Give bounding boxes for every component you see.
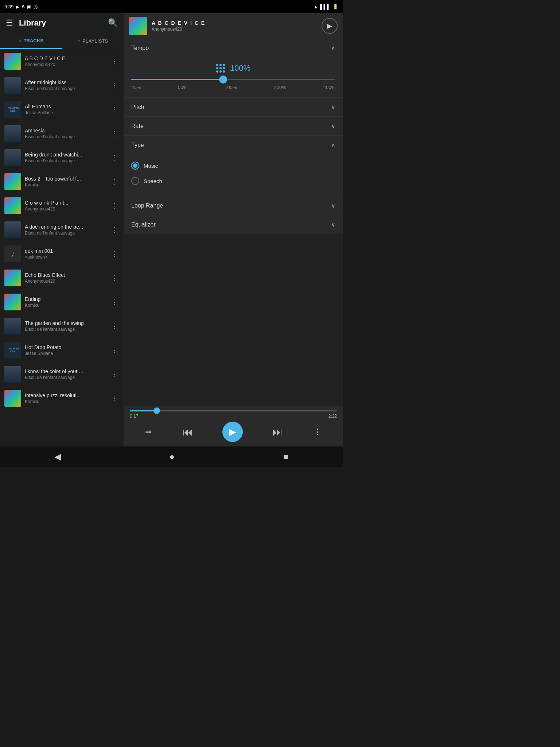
prev-button[interactable]: ⏮ — [181, 425, 194, 440]
pitch-label: Pitch — [131, 104, 144, 111]
tempo-slider-container[interactable] — [131, 79, 335, 80]
recents-button[interactable]: ■ — [283, 452, 289, 462]
tempo-slider-fill — [131, 79, 223, 80]
now-playing-header: A B C D E V I C E Anonymous420 ▶ — [124, 13, 343, 39]
bottom-player: 0:17 2:22 ⇒ ⏮ ▶ ⏭ ⋮ — [124, 406, 343, 446]
list-item[interactable]: C o w o r k P a r t... Anonymous420 ⋮ — [0, 194, 124, 218]
track-info: Being drunk and watchi... Bisou de l'enf… — [25, 152, 106, 163]
player-controls: ⇒ ⏮ ▶ ⏭ ⋮ — [130, 419, 337, 444]
current-time: 0:17 — [130, 414, 138, 419]
header-play-button[interactable]: ▶ — [322, 18, 338, 34]
tabs: ♪ TRACKS ≡ PLAYLISTS — [0, 33, 124, 49]
list-item[interactable]: The LibraryCafe Hot Drop Potato Jesse Sp… — [0, 338, 124, 362]
track-thumbnail: The LibraryCafe — [4, 101, 21, 118]
list-item[interactable]: A doe running on the be... Bisou de l'en… — [0, 218, 124, 242]
progress-fill — [130, 410, 157, 411]
loop-range-header[interactable]: Loop Range ∨ — [124, 196, 343, 215]
equalizer-section: Equalizer ∨ — [124, 215, 343, 234]
list-item[interactable]: Being drunk and watchi... Bisou de l'enf… — [0, 146, 124, 170]
list-item[interactable]: Echo Blues Effect Anonymous420 ⋮ — [0, 266, 124, 290]
track-menu-icon[interactable]: ⋮ — [110, 393, 119, 404]
search-icon[interactable]: 🔍 — [108, 18, 118, 28]
tempo-labels: 25% 50% 100% 200% 400% — [131, 85, 335, 90]
radio-speech-label: Speech — [144, 178, 162, 184]
list-item[interactable]: I know the color of your ... Bisou de l'… — [0, 362, 124, 386]
track-menu-icon[interactable]: ⋮ — [110, 272, 119, 283]
track-menu-icon[interactable]: ⋮ — [110, 176, 119, 187]
pitch-header[interactable]: Pitch ∨ — [124, 98, 343, 116]
tempo-slider-thumb[interactable] — [219, 76, 227, 84]
progress-thumb[interactable] — [153, 407, 160, 414]
track-menu-icon[interactable]: ⋮ — [110, 297, 119, 307]
status-time: 9:39 — [4, 4, 13, 9]
track-menu-icon[interactable]: ⋮ — [110, 56, 119, 67]
pitch-expand-icon: ∨ — [331, 104, 335, 111]
track-info: dok mm 001 <unknown> — [25, 248, 106, 260]
track-menu-icon[interactable]: ⋮ — [110, 104, 119, 115]
track-thumbnail — [4, 173, 21, 190]
track-menu-icon[interactable]: ⋮ — [110, 80, 119, 91]
shuffle-button[interactable]: ⇒ — [144, 426, 153, 438]
tempo-header[interactable]: Tempo ∧ — [124, 39, 343, 57]
list-item[interactable]: Boss 2 - Too powerful f... Komiku ⋮ — [0, 170, 124, 194]
tempo-collapse-icon: ∧ — [331, 44, 335, 51]
list-item[interactable]: The LibraryCafe All Humans Jesse Spillan… — [0, 97, 124, 121]
radio-music-label: Music — [144, 163, 158, 169]
hamburger-menu-icon[interactable]: ☰ — [6, 18, 13, 28]
tempo-section: Tempo ∧ — [124, 39, 343, 98]
track-menu-icon[interactable]: ⋮ — [110, 321, 119, 332]
track-menu-icon[interactable]: ⋮ — [110, 248, 119, 259]
library-title: Library — [19, 18, 46, 28]
track-info: A B C D E V I C E Anonymous420 — [25, 55, 106, 67]
track-info: Boss 2 - Too powerful f... Komiku — [25, 176, 106, 187]
list-item[interactable]: After midnight kiss Bisou de l'enfant sa… — [0, 73, 124, 97]
now-playing-title: A B C D E V I C E — [152, 20, 317, 26]
type-label: Type — [131, 142, 144, 148]
track-menu-icon[interactable]: ⋮ — [110, 224, 119, 235]
list-item[interactable]: Intensive puzzl resoluti... Komiku ⋮ — [0, 386, 124, 410]
total-time: 2:22 — [328, 414, 337, 419]
list-item[interactable]: Amnesia Bisou de l'enfant sauvage ⋮ — [0, 121, 124, 146]
radio-circle-music — [131, 162, 139, 170]
track-info: Hot Drop Potato Jesse Spillane — [25, 344, 106, 356]
list-item[interactable]: Ending Komiku ⋮ — [0, 290, 124, 314]
status-right: ▲ ▌▌▌ 🔋 — [313, 4, 338, 9]
home-button[interactable]: ● — [169, 452, 175, 462]
now-playing-artist: Anonymous420 — [152, 27, 317, 32]
track-thumbnail — [4, 149, 21, 166]
track-info: Ending Komiku — [25, 296, 106, 308]
list-item[interactable]: ♪ dok mm 001 <unknown> ⋮ — [0, 242, 124, 266]
radio-music[interactable]: Music — [131, 158, 335, 173]
radio-speech[interactable]: Speech — [131, 173, 335, 189]
track-info: I know the color of your ... Bisou de l'… — [25, 368, 106, 380]
rate-header[interactable]: Rate ∨ — [124, 117, 343, 135]
track-menu-icon[interactable]: ⋮ — [110, 369, 119, 380]
progress-container[interactable] — [130, 410, 337, 411]
track-thumbnail: ♪ — [4, 245, 21, 262]
list-item[interactable]: A B C D E V I C E Anonymous420 ⋮ — [0, 49, 124, 73]
tab-tracks[interactable]: ♪ TRACKS — [0, 33, 62, 49]
more-options-button[interactable]: ⋮ — [312, 426, 323, 438]
type-header[interactable]: Type ∧ — [124, 136, 343, 154]
track-menu-icon[interactable]: ⋮ — [110, 200, 119, 211]
track-thumbnail — [4, 77, 21, 94]
track-thumbnail — [4, 197, 21, 214]
next-button[interactable]: ⏭ — [271, 425, 284, 440]
track-thumbnail — [4, 221, 21, 238]
circle-status-icon: ◎ — [34, 4, 38, 9]
now-playing-info: A B C D E V I C E Anonymous420 — [152, 20, 317, 32]
status-bar: 9:39 ▶ A ▣ ◎ ▲ ▌▌▌ 🔋 — [0, 0, 343, 13]
track-menu-icon[interactable]: ⋮ — [110, 128, 119, 139]
rate-label: Rate — [131, 123, 144, 129]
track-menu-icon[interactable]: ⋮ — [110, 345, 119, 356]
equalizer-header[interactable]: Equalizer ∨ — [124, 215, 343, 234]
track-thumbnail — [4, 125, 21, 142]
play-pause-button[interactable]: ▶ — [222, 422, 243, 442]
back-button[interactable]: ◀ — [54, 452, 61, 462]
tempo-label-25: 25% — [131, 85, 141, 90]
track-thumbnail — [4, 270, 21, 286]
list-item[interactable]: The garden and the swing Bisou de l'enfa… — [0, 314, 124, 338]
track-menu-icon[interactable]: ⋮ — [110, 152, 119, 163]
tab-playlists[interactable]: ≡ PLAYLISTS — [62, 33, 124, 49]
tempo-label: Tempo — [131, 45, 149, 51]
